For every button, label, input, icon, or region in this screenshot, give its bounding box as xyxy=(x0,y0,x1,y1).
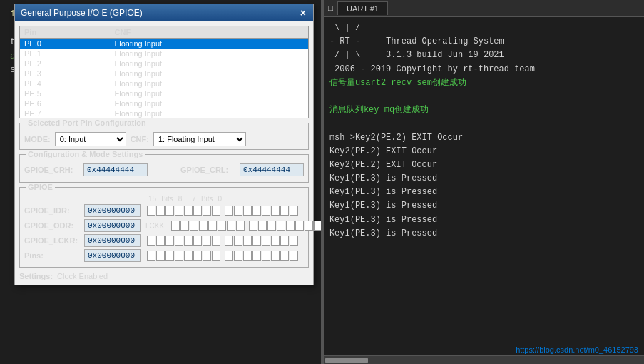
term-line-2: - RT - Thread Operating System xyxy=(329,35,638,49)
h-scrollbar[interactable] xyxy=(324,355,644,364)
lckk-label: LCKK xyxy=(145,222,164,230)
pins-bits xyxy=(147,251,298,261)
pin-cell: PE.0 xyxy=(20,39,111,49)
odr-bits xyxy=(171,221,321,231)
scroll-thumb[interactable] xyxy=(325,358,368,363)
pin-cell: PE.3 xyxy=(20,69,111,79)
bits-label2: Bits xyxy=(201,195,213,203)
selected-config-title: Selected Port Pin Configuration xyxy=(26,118,148,127)
pin-table: Pin CNF PE.0Floating InputPE.1Floating I… xyxy=(20,26,308,118)
terminal-icon: □ xyxy=(324,4,337,14)
settings-value: Clock Enabled xyxy=(57,272,108,280)
lckr-label: GPIOE_LCKR: xyxy=(24,236,81,245)
term-line-5: 信号量usart2_recv_sem创建成功 xyxy=(329,76,638,90)
odr-label: GPIOE_ODR: xyxy=(24,221,81,230)
lckr-row: GPIOE_LCKR: xyxy=(24,234,304,247)
gpioe-dialog: General Purpose I/O E (GPIOE) × Pin CNF xyxy=(14,4,314,285)
dialog-close-button[interactable]: × xyxy=(299,7,307,19)
term-line-1: \ | / xyxy=(329,21,638,35)
term-line-6 xyxy=(329,90,638,103)
pin-col-header: Pin xyxy=(20,26,111,39)
term-line-8 xyxy=(329,117,638,131)
pin-table-container: Pin CNF PE.0Floating InputPE.1Floating I… xyxy=(19,26,309,118)
cnf-col-header: CNF xyxy=(111,26,309,39)
term-line-10: Key2(PE.2) EXIT Occur xyxy=(329,145,638,158)
term-line-7: 消息队列key_mq创建成功 xyxy=(329,103,638,117)
mode-select[interactable]: 0: Input xyxy=(55,132,126,146)
settings-row: Settings: Clock Enabled xyxy=(19,272,309,280)
cnf-label: CNF: xyxy=(131,135,149,143)
config-mode-title: Configuration & Mode Settings xyxy=(26,150,145,158)
terminal-tab[interactable]: UART #1 xyxy=(337,1,388,15)
term-line-12: Key1(PE.3) is Pressed xyxy=(329,172,638,186)
pin-cell: PE.6 xyxy=(20,98,111,108)
dialog-titlebar: General Purpose I/O E (GPIOE) × xyxy=(15,4,313,21)
gpioe-registers-section: GPIOE 15 Bits 8 7 Bits 0 GPIOE_IDR: xyxy=(19,187,309,268)
idr-input[interactable] xyxy=(84,204,141,217)
pin-cell: PE.1 xyxy=(20,49,111,59)
pin-cell: PE.4 xyxy=(20,79,111,89)
lckr-bits xyxy=(147,236,298,246)
pin-table-row[interactable]: PE.0Floating Input xyxy=(20,39,308,49)
pin-table-row[interactable]: PE.3Floating Input xyxy=(20,69,308,79)
odr-input[interactable] xyxy=(84,219,141,232)
bits-8: 8 xyxy=(178,195,183,203)
idr-bits xyxy=(147,206,298,216)
bits-7: 7 xyxy=(192,195,196,203)
cnf-select[interactable]: 1: Floating Input xyxy=(153,132,246,146)
cnf-cell: Floating Input xyxy=(111,98,309,108)
settings-label: Settings: xyxy=(19,272,53,280)
pins-label: Pins: xyxy=(24,251,81,260)
dialog-title: General Purpose I/O E (GPIOE) xyxy=(21,8,143,18)
pin-table-row[interactable]: PE.6Floating Input xyxy=(20,98,308,108)
pin-cell: PE.5 xyxy=(20,89,111,98)
term-line-11: Key2(PE.2) EXIT Occur xyxy=(329,158,638,172)
pin-table-row[interactable]: PE.4Floating Input xyxy=(20,79,308,89)
pins-row: Pins: xyxy=(24,249,304,262)
terminal-content: \ | / - RT - Thread Operating System / |… xyxy=(324,17,644,344)
pin-cell: PE.7 xyxy=(20,108,111,118)
pins-input[interactable] xyxy=(84,249,141,262)
term-line-15: Key1(PE.3) is Pressed xyxy=(329,213,638,227)
pin-table-row[interactable]: PE.5Floating Input xyxy=(20,89,308,98)
odr-row: GPIOE_ODR: LCKK xyxy=(24,219,304,232)
idr-label: GPIOE_IDR: xyxy=(24,206,81,215)
bits-label1: Bits xyxy=(161,195,173,203)
term-line-16: Key1(PE.3) is Pressed xyxy=(329,227,638,241)
cnf-cell: Floating Input xyxy=(111,108,309,118)
cnf-cell: Floating Input xyxy=(111,79,309,89)
cnf-cell: Floating Input xyxy=(111,59,309,69)
gpioe-section-title: GPIOE xyxy=(26,183,55,191)
crl-label: GPIOE_CRL: xyxy=(180,166,234,174)
cnf-cell: Floating Input xyxy=(111,49,309,59)
crh-input[interactable] xyxy=(83,163,148,176)
term-line-14: Key1(PE.3) is Pressed xyxy=(329,199,638,213)
lckr-input[interactable] xyxy=(84,234,141,247)
pin-table-row[interactable]: PE.1Floating Input xyxy=(20,49,308,59)
right-panel: □ UART #1 \ | / - RT - Thread Operating … xyxy=(324,0,644,364)
pin-cell: PE.2 xyxy=(20,59,111,69)
bits-15: 15 xyxy=(148,195,156,203)
cnf-cell: Floating Input xyxy=(111,69,309,79)
selected-config-section: Selected Port Pin Configuration MODE: 0:… xyxy=(19,123,309,150)
pin-table-row[interactable]: PE.2Floating Input xyxy=(20,59,308,69)
pin-table-row[interactable]: PE.7Floating Input xyxy=(20,108,308,118)
bits-0: 0 xyxy=(218,195,223,203)
term-line-9: msh >Key2(PE.2) EXIT Occur xyxy=(329,131,638,145)
term-line-3: / | \ 3.1.3 build Jun 19 2021 xyxy=(329,49,638,62)
idr-row: GPIOE_IDR: xyxy=(24,204,304,217)
crl-input[interactable] xyxy=(240,163,304,176)
term-line-13: Key1(PE.3) is Pressed xyxy=(329,186,638,199)
cnf-cell: Floating Input xyxy=(111,89,309,98)
mode-label: MODE: xyxy=(24,135,51,143)
cnf-cell: Floating Input xyxy=(111,39,309,49)
crh-label: GPIOE_CRH: xyxy=(24,166,78,174)
terminal-footer: https://blog.csdn.net/m0_46152793 xyxy=(324,344,644,355)
config-mode-section: Configuration & Mode Settings GPIOE_CRH:… xyxy=(19,154,309,183)
term-line-4: 2006 - 2019 Copyright by rt-thread team xyxy=(329,63,638,76)
terminal-tab-bar: □ UART #1 xyxy=(324,0,644,17)
